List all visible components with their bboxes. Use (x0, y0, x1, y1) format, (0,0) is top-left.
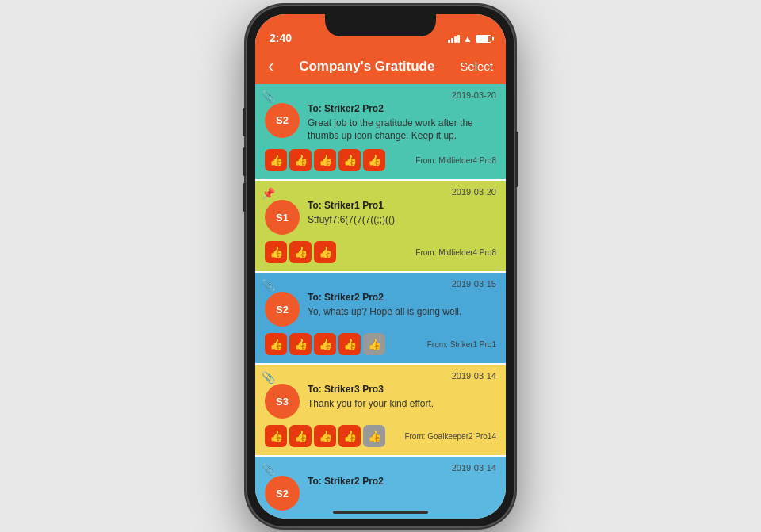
card-footer-3: 👍 👍 👍 👍 👍 From: Striker1 Pro1 (265, 333, 496, 355)
card-date-5: 2019-03-14 (265, 463, 496, 473)
gratitude-card-3[interactable]: 📎 2019-03-15 S2 To: Striker2 Pro2 Yo, wh… (255, 273, 506, 363)
card-date-1: 2019-03-20 (265, 90, 496, 100)
phone-screen: 2:40 ▲ ‹ Company's Gratitude Select (255, 14, 506, 519)
phone-frame: 2:40 ▲ ‹ Company's Gratitude Select (246, 5, 515, 528)
card-message-2: Stfuyf7;6(7(7(7((;;)(() (308, 213, 496, 227)
thumb-btn[interactable]: 👍 (289, 333, 312, 355)
signal-bars-icon (448, 35, 460, 43)
gratitude-card-4[interactable]: 📎 2019-03-14 S3 To: Striker3 Pro3 Thank … (255, 365, 506, 455)
thumb-btn[interactable]: 👍 (314, 241, 336, 263)
card-body-2: S1 To: Striker1 Pro1 Stfuyf7;6(7(7(7((;;… (265, 200, 496, 235)
card-date-2: 2019-03-20 (265, 187, 496, 197)
card-to-3: To: Striker2 Pro2 (308, 292, 496, 303)
status-icons: ▲ (448, 33, 491, 44)
battery-icon (476, 35, 491, 43)
gratitude-card-5[interactable]: 📎 2019-03-14 S2 To: Striker2 Pro2 (255, 457, 506, 518)
card-footer-4: 👍 👍 👍 👍 👍 From: Goalkeeper2 Pro14 (265, 425, 496, 447)
avatar-2: S1 (265, 200, 300, 235)
back-button[interactable]: ‹ (268, 56, 273, 77)
attachment-icon-1: 📎 (262, 90, 275, 103)
card-text-area-3: To: Striker2 Pro2 Yo, whats up? Hope all… (308, 292, 496, 319)
status-time: 2:40 (270, 32, 292, 44)
thumb-btn[interactable]: 👍 (289, 241, 312, 263)
avatar-3: S2 (265, 292, 300, 327)
thumb-btn[interactable]: 👍 (338, 425, 361, 447)
attachment-icon-3: 📎 (262, 279, 275, 292)
thumb-btn[interactable]: 👍 (265, 241, 287, 263)
gratitude-card-2[interactable]: 📌 2019-03-20 S1 To: Striker1 Pro1 Stfuyf… (255, 181, 506, 271)
card-text-area-2: To: Striker1 Pro1 Stfuyf7;6(7(7(7((;;)((… (308, 200, 496, 227)
card-message-3: Yo, whats up? Hope all is going well. (308, 305, 496, 319)
card-text-area-4: To: Striker3 Pro3 Thank you for your kin… (308, 384, 496, 411)
card-from-4: From: Goalkeeper2 Pro14 (404, 432, 496, 441)
thumb-btn[interactable]: 👍 (314, 425, 336, 447)
card-message-1: Great job to the gratitude work after th… (308, 117, 496, 144)
nav-title: Company's Gratitude (299, 59, 434, 75)
home-indicator (333, 511, 428, 514)
avatar-4: S3 (265, 384, 300, 419)
thumbs-row-4: 👍 👍 👍 👍 👍 (265, 425, 404, 447)
card-from-2: From: Midfielder4 Pro8 (415, 248, 496, 257)
thumb-btn-grey[interactable]: 👍 (363, 425, 385, 447)
card-to-1: To: Striker2 Pro2 (308, 103, 496, 114)
thumb-btn[interactable]: 👍 (338, 333, 361, 355)
thumb-btn[interactable]: 👍 (265, 425, 287, 447)
card-from-1: From: Midfielder4 Pro8 (415, 156, 496, 165)
thumb-btn[interactable]: 👍 (265, 149, 287, 171)
thumb-btn[interactable]: 👍 (314, 149, 336, 171)
thumb-btn[interactable]: 👍 (314, 333, 336, 355)
notch (325, 14, 436, 36)
card-date-4: 2019-03-14 (265, 371, 496, 381)
thumb-btn[interactable]: 👍 (363, 149, 385, 171)
select-button[interactable]: Select (460, 59, 493, 73)
thumb-btn-grey[interactable]: 👍 (363, 333, 385, 355)
card-body-4: S3 To: Striker3 Pro3 Thank you for your … (265, 384, 496, 419)
card-body-1: S2 To: Striker2 Pro2 Great job to the gr… (265, 103, 496, 144)
card-text-area-5: To: Striker2 Pro2 (308, 476, 496, 489)
thumbs-row-3: 👍 👍 👍 👍 👍 (265, 333, 427, 355)
card-footer-2: 👍 👍 👍 From: Midfielder4 Pro8 (265, 241, 496, 263)
card-body-5: S2 To: Striker2 Pro2 (265, 476, 496, 511)
nav-bar: ‹ Company's Gratitude Select (255, 49, 506, 84)
content-area[interactable]: 📎 2019-03-20 S2 To: Striker2 Pro2 Great … (255, 84, 506, 519)
avatar-1: S2 (265, 103, 300, 138)
card-date-3: 2019-03-15 (265, 279, 496, 289)
card-to-2: To: Striker1 Pro1 (308, 200, 496, 211)
card-from-3: From: Striker1 Pro1 (427, 340, 496, 349)
thumbs-row-1: 👍 👍 👍 👍 👍 (265, 149, 415, 171)
thumb-btn[interactable]: 👍 (265, 333, 287, 355)
thumb-btn[interactable]: 👍 (338, 149, 361, 171)
card-text-area-1: To: Striker2 Pro2 Great job to the grati… (308, 103, 496, 144)
card-footer-1: 👍 👍 👍 👍 👍 From: Midfielder4 Pro8 (265, 149, 496, 171)
attachment-icon-4: 📎 (262, 371, 275, 384)
card-body-3: S2 To: Striker2 Pro2 Yo, whats up? Hope … (265, 292, 496, 327)
thumbs-row-2: 👍 👍 👍 (265, 241, 415, 263)
attachment-icon-2: 📌 (262, 187, 275, 200)
card-to-5: To: Striker2 Pro2 (308, 476, 496, 487)
avatar-5: S2 (265, 476, 300, 511)
thumb-btn[interactable]: 👍 (289, 149, 312, 171)
thumb-btn[interactable]: 👍 (289, 425, 312, 447)
wifi-icon: ▲ (463, 33, 472, 44)
card-to-4: To: Striker3 Pro3 (308, 384, 496, 395)
attachment-icon-5: 📎 (262, 463, 275, 476)
gratitude-card-1[interactable]: 📎 2019-03-20 S2 To: Striker2 Pro2 Great … (255, 84, 506, 180)
card-message-4: Thank you for your kind effort. (308, 397, 496, 411)
